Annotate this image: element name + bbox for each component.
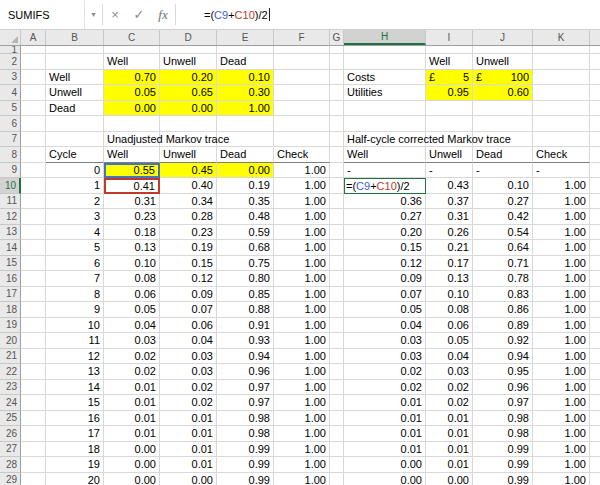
cell-C21[interactable]: 0.02 <box>104 349 160 365</box>
cell-E14[interactable]: 0.68 <box>217 240 274 256</box>
cell-F24[interactable]: 1.00 <box>274 395 330 411</box>
cell-F1[interactable] <box>274 46 330 54</box>
cell-I28[interactable]: 0.01 <box>426 457 473 473</box>
cell-extra-24[interactable] <box>590 395 600 411</box>
cell-K14[interactable]: 1.00 <box>533 240 590 256</box>
cell-I21[interactable]: 0.04 <box>426 349 473 365</box>
cell-H10[interactable]: =(C9+C10)/2 <box>344 178 426 194</box>
cell-F26[interactable]: 1.00 <box>274 426 330 442</box>
cell-I12[interactable]: 0.31 <box>426 209 473 225</box>
cell-A2[interactable] <box>21 54 46 70</box>
row-header-27[interactable]: 27 <box>0 442 21 458</box>
cell-J15[interactable]: 0.71 <box>473 256 533 272</box>
cell-E15[interactable]: 0.75 <box>217 256 274 272</box>
cell-H6[interactable] <box>344 116 426 132</box>
cell-extra-15[interactable] <box>590 256 600 272</box>
cell-J29[interactable]: 0.99 <box>473 473 533 485</box>
cell-G19[interactable] <box>330 318 344 334</box>
cell-I27[interactable]: 0.01 <box>426 442 473 458</box>
cell-B11[interactable]: 2 <box>46 194 104 210</box>
cell-K12[interactable]: 1.00 <box>533 209 590 225</box>
cell-F4[interactable] <box>274 85 330 101</box>
cell-D6[interactable] <box>160 116 217 132</box>
cell-J21[interactable]: 0.94 <box>473 349 533 365</box>
cell-K6[interactable] <box>533 116 590 132</box>
cell-B3[interactable]: Well <box>46 70 104 86</box>
cell-C6[interactable] <box>104 116 160 132</box>
cell-B8[interactable]: Cycle <box>46 147 104 163</box>
cell-C26[interactable]: 0.01 <box>104 426 160 442</box>
cell-H23[interactable]: 0.02 <box>344 380 426 396</box>
select-all-corner[interactable] <box>0 30 21 45</box>
cell-extra-4[interactable] <box>590 85 600 101</box>
cell-I10[interactable]: 0.43 <box>426 178 473 194</box>
row-header-15[interactable]: 15 <box>0 256 21 272</box>
cell-K19[interactable]: 1.00 <box>533 318 590 334</box>
cell-D21[interactable]: 0.03 <box>160 349 217 365</box>
cell-E10[interactable]: 0.19 <box>217 178 274 194</box>
cell-C3[interactable]: 0.70 <box>104 70 160 86</box>
cell-B1[interactable] <box>46 46 104 54</box>
cell-G16[interactable] <box>330 271 344 287</box>
cell-D27[interactable]: 0.01 <box>160 442 217 458</box>
cell-extra-10[interactable] <box>590 178 600 194</box>
cell-A23[interactable] <box>21 380 46 396</box>
cell-F19[interactable]: 1.00 <box>274 318 330 334</box>
cell-E24[interactable]: 0.97 <box>217 395 274 411</box>
cell-F11[interactable]: 1.00 <box>274 194 330 210</box>
cell-G3[interactable] <box>330 70 344 86</box>
cell-H14[interactable]: 0.15 <box>344 240 426 256</box>
cell-I17[interactable]: 0.10 <box>426 287 473 303</box>
cell-C27[interactable]: 0.00 <box>104 442 160 458</box>
cell-extra-20[interactable] <box>590 333 600 349</box>
column-header-A[interactable]: A <box>21 30 46 45</box>
column-header-D[interactable]: D <box>160 30 217 45</box>
cell-E27[interactable]: 0.99 <box>217 442 274 458</box>
cell-G23[interactable] <box>330 380 344 396</box>
cell-H21[interactable]: 0.03 <box>344 349 426 365</box>
row-header-28[interactable]: 28 <box>0 457 21 473</box>
cell-C23[interactable]: 0.01 <box>104 380 160 396</box>
cell-K3[interactable] <box>533 70 590 86</box>
cell-B19[interactable]: 10 <box>46 318 104 334</box>
cell-K11[interactable]: 1.00 <box>533 194 590 210</box>
cell-extra-28[interactable] <box>590 457 600 473</box>
cell-E13[interactable]: 0.59 <box>217 225 274 241</box>
cell-C12[interactable]: 0.23 <box>104 209 160 225</box>
cell-B17[interactable]: 8 <box>46 287 104 303</box>
cell-G28[interactable] <box>330 457 344 473</box>
cell-A25[interactable] <box>21 411 46 427</box>
cell-D12[interactable]: 0.28 <box>160 209 217 225</box>
cell-G13[interactable] <box>330 225 344 241</box>
cell-C22[interactable]: 0.02 <box>104 364 160 380</box>
cell-I4[interactable]: 0.95 <box>426 85 473 101</box>
cell-D5[interactable]: 0.00 <box>160 101 217 117</box>
cell-E9[interactable]: 0.00 <box>217 163 274 179</box>
cell-A27[interactable] <box>21 442 46 458</box>
cell-C16[interactable]: 0.08 <box>104 271 160 287</box>
row-header-11[interactable]: 11 <box>0 194 21 210</box>
cell-B24[interactable]: 15 <box>46 395 104 411</box>
cell-J10[interactable]: 0.10 <box>473 178 533 194</box>
cell-G29[interactable] <box>330 473 344 485</box>
cell-G20[interactable] <box>330 333 344 349</box>
cell-C2[interactable]: Well <box>104 54 160 70</box>
cell-J16[interactable]: 0.78 <box>473 271 533 287</box>
row-header-13[interactable]: 13 <box>0 225 21 241</box>
cell-I1[interactable] <box>426 46 473 54</box>
cell-I2[interactable]: Well <box>426 54 473 70</box>
cell-A11[interactable] <box>21 194 46 210</box>
row-header-26[interactable]: 26 <box>0 426 21 442</box>
cancel-icon[interactable]: × <box>103 0 127 29</box>
cell-F29[interactable]: 1.00 <box>274 473 330 485</box>
cell-extra-17[interactable] <box>590 287 600 303</box>
cell-H1[interactable] <box>344 46 426 54</box>
cell-C11[interactable]: 0.31 <box>104 194 160 210</box>
cell-H25[interactable]: 0.01 <box>344 411 426 427</box>
cell-E12[interactable]: 0.48 <box>217 209 274 225</box>
cell-I5[interactable] <box>426 101 473 117</box>
cell-F3[interactable] <box>274 70 330 86</box>
cell-extra-3[interactable] <box>590 70 600 86</box>
cell-A14[interactable] <box>21 240 46 256</box>
cell-A21[interactable] <box>21 349 46 365</box>
